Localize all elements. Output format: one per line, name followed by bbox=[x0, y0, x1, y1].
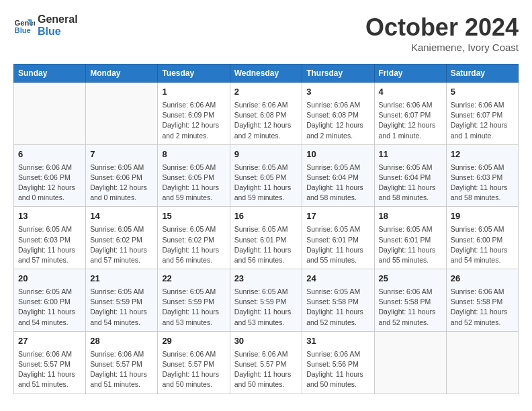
day-info: Sunrise: 6:05 AM Sunset: 6:05 PM Dayligh… bbox=[234, 163, 298, 203]
calendar-cell: 26Sunrise: 6:06 AM Sunset: 5:58 PM Dayli… bbox=[446, 269, 518, 332]
calendar-cell: 14Sunrise: 6:05 AM Sunset: 6:02 PM Dayli… bbox=[86, 207, 158, 269]
day-number: 18 bbox=[379, 210, 442, 223]
day-number: 6 bbox=[18, 148, 81, 161]
day-info: Sunrise: 6:05 AM Sunset: 6:00 PM Dayligh… bbox=[451, 224, 514, 265]
calendar-cell: 22Sunrise: 6:05 AM Sunset: 5:59 PM Dayli… bbox=[158, 269, 230, 332]
calendar-week-3: 13Sunrise: 6:05 AM Sunset: 6:03 PM Dayli… bbox=[14, 207, 519, 269]
day-info: Sunrise: 6:05 AM Sunset: 6:01 PM Dayligh… bbox=[234, 224, 298, 265]
day-number: 26 bbox=[451, 273, 514, 285]
calendar-cell: 8Sunrise: 6:05 AM Sunset: 6:05 PM Daylig… bbox=[158, 144, 230, 207]
day-info: Sunrise: 6:05 AM Sunset: 6:00 PM Dayligh… bbox=[18, 287, 81, 328]
day-number: 19 bbox=[451, 210, 514, 223]
month-title: October 2024 bbox=[365, 13, 519, 42]
calendar-cell bbox=[14, 83, 86, 145]
calendar-cell: 4Sunrise: 6:06 AM Sunset: 6:07 PM Daylig… bbox=[374, 83, 446, 145]
weekday-header-thursday: Thursday bbox=[302, 64, 374, 83]
day-number: 31 bbox=[306, 335, 369, 348]
weekday-header-monday: Monday bbox=[86, 64, 158, 83]
logo-icon: General Blue bbox=[13, 15, 35, 36]
day-number: 21 bbox=[90, 273, 153, 285]
day-number: 1 bbox=[162, 86, 225, 99]
day-info: Sunrise: 6:05 AM Sunset: 5:59 PM Dayligh… bbox=[162, 287, 225, 328]
day-number: 27 bbox=[18, 335, 81, 348]
day-number: 24 bbox=[306, 273, 369, 285]
day-info: Sunrise: 6:06 AM Sunset: 5:56 PM Dayligh… bbox=[306, 349, 369, 390]
day-info: Sunrise: 6:06 AM Sunset: 6:08 PM Dayligh… bbox=[306, 100, 369, 141]
calendar-cell: 17Sunrise: 6:05 AM Sunset: 6:01 PM Dayli… bbox=[302, 207, 374, 269]
calendar-cell: 29Sunrise: 6:06 AM Sunset: 5:57 PM Dayli… bbox=[158, 331, 230, 394]
day-info: Sunrise: 6:05 AM Sunset: 6:03 PM Dayligh… bbox=[451, 163, 514, 203]
calendar-cell: 20Sunrise: 6:05 AM Sunset: 6:00 PM Dayli… bbox=[14, 269, 86, 332]
day-number: 8 bbox=[162, 148, 225, 161]
day-info: Sunrise: 6:06 AM Sunset: 5:57 PM Dayligh… bbox=[18, 349, 81, 390]
day-info: Sunrise: 6:05 AM Sunset: 6:02 PM Dayligh… bbox=[90, 224, 153, 265]
day-number: 3 bbox=[306, 86, 369, 99]
day-number: 10 bbox=[306, 148, 369, 161]
logo-blue: Blue bbox=[38, 26, 78, 38]
day-info: Sunrise: 6:05 AM Sunset: 6:01 PM Dayligh… bbox=[379, 224, 442, 265]
calendar-week-1: 1Sunrise: 6:06 AM Sunset: 6:09 PM Daylig… bbox=[14, 83, 519, 145]
day-info: Sunrise: 6:06 AM Sunset: 5:57 PM Dayligh… bbox=[90, 349, 153, 390]
day-number: 14 bbox=[90, 210, 153, 223]
day-info: Sunrise: 6:05 AM Sunset: 6:03 PM Dayligh… bbox=[18, 224, 81, 265]
weekday-header-saturday: Saturday bbox=[446, 64, 518, 83]
day-info: Sunrise: 6:05 AM Sunset: 6:01 PM Dayligh… bbox=[306, 224, 369, 265]
day-number: 22 bbox=[162, 273, 225, 285]
calendar-cell: 11Sunrise: 6:05 AM Sunset: 6:04 PM Dayli… bbox=[374, 144, 446, 207]
calendar-cell bbox=[86, 83, 158, 145]
day-info: Sunrise: 6:06 AM Sunset: 6:07 PM Dayligh… bbox=[451, 100, 514, 141]
calendar-cell: 1Sunrise: 6:06 AM Sunset: 6:09 PM Daylig… bbox=[158, 83, 230, 145]
day-info: Sunrise: 6:06 AM Sunset: 6:07 PM Dayligh… bbox=[379, 100, 442, 141]
day-number: 5 bbox=[451, 86, 514, 99]
day-number: 9 bbox=[234, 148, 298, 161]
weekday-header-tuesday: Tuesday bbox=[158, 64, 230, 83]
calendar-week-5: 27Sunrise: 6:06 AM Sunset: 5:57 PM Dayli… bbox=[14, 331, 519, 394]
calendar-cell: 30Sunrise: 6:06 AM Sunset: 5:57 PM Dayli… bbox=[230, 331, 302, 394]
svg-text:Blue: Blue bbox=[15, 26, 31, 34]
day-info: Sunrise: 6:06 AM Sunset: 5:57 PM Dayligh… bbox=[234, 349, 298, 390]
day-info: Sunrise: 6:05 AM Sunset: 6:05 PM Dayligh… bbox=[162, 163, 225, 203]
calendar-cell bbox=[446, 331, 518, 394]
day-number: 29 bbox=[162, 335, 225, 348]
day-number: 12 bbox=[451, 148, 514, 161]
calendar-cell: 27Sunrise: 6:06 AM Sunset: 5:57 PM Dayli… bbox=[14, 331, 86, 394]
calendar-cell bbox=[374, 331, 446, 394]
day-info: Sunrise: 6:05 AM Sunset: 5:59 PM Dayligh… bbox=[90, 287, 153, 328]
location: Kaniemene, Ivory Coast bbox=[365, 42, 519, 53]
svg-text:General: General bbox=[15, 19, 35, 27]
day-number: 4 bbox=[379, 86, 442, 99]
day-number: 28 bbox=[90, 335, 153, 348]
logo-general: General bbox=[38, 13, 78, 26]
calendar-cell: 19Sunrise: 6:05 AM Sunset: 6:00 PM Dayli… bbox=[446, 207, 518, 269]
weekday-header-friday: Friday bbox=[374, 64, 446, 83]
day-number: 25 bbox=[379, 273, 442, 285]
day-number: 20 bbox=[18, 273, 81, 285]
calendar-cell: 12Sunrise: 6:05 AM Sunset: 6:03 PM Dayli… bbox=[446, 144, 518, 207]
calendar-cell: 9Sunrise: 6:05 AM Sunset: 6:05 PM Daylig… bbox=[230, 144, 302, 207]
calendar-cell: 28Sunrise: 6:06 AM Sunset: 5:57 PM Dayli… bbox=[86, 331, 158, 394]
day-info: Sunrise: 6:05 AM Sunset: 5:59 PM Dayligh… bbox=[234, 287, 298, 328]
calendar-cell: 2Sunrise: 6:06 AM Sunset: 6:08 PM Daylig… bbox=[230, 83, 302, 145]
page-header: General Blue General Blue October 2024 K… bbox=[13, 13, 519, 53]
title-block: October 2024 Kaniemene, Ivory Coast bbox=[365, 13, 519, 53]
calendar-week-4: 20Sunrise: 6:05 AM Sunset: 6:00 PM Dayli… bbox=[14, 269, 519, 332]
calendar-cell: 16Sunrise: 6:05 AM Sunset: 6:01 PM Dayli… bbox=[230, 207, 302, 269]
day-number: 16 bbox=[234, 210, 298, 223]
day-info: Sunrise: 6:05 AM Sunset: 6:04 PM Dayligh… bbox=[379, 163, 442, 203]
calendar-cell: 13Sunrise: 6:05 AM Sunset: 6:03 PM Dayli… bbox=[14, 207, 86, 269]
day-info: Sunrise: 6:05 AM Sunset: 6:04 PM Dayligh… bbox=[306, 163, 369, 203]
day-number: 23 bbox=[234, 273, 298, 285]
calendar-cell: 31Sunrise: 6:06 AM Sunset: 5:56 PM Dayli… bbox=[302, 331, 374, 394]
calendar-cell: 15Sunrise: 6:05 AM Sunset: 6:02 PM Dayli… bbox=[158, 207, 230, 269]
calendar-cell: 3Sunrise: 6:06 AM Sunset: 6:08 PM Daylig… bbox=[302, 83, 374, 145]
calendar-table: SundayMondayTuesdayWednesdayThursdayFrid… bbox=[13, 64, 519, 394]
calendar-cell: 18Sunrise: 6:05 AM Sunset: 6:01 PM Dayli… bbox=[374, 207, 446, 269]
day-number: 17 bbox=[306, 210, 369, 223]
day-info: Sunrise: 6:06 AM Sunset: 5:57 PM Dayligh… bbox=[162, 349, 225, 390]
day-info: Sunrise: 6:06 AM Sunset: 6:08 PM Dayligh… bbox=[234, 100, 298, 141]
calendar-cell: 21Sunrise: 6:05 AM Sunset: 5:59 PM Dayli… bbox=[86, 269, 158, 332]
calendar-cell: 5Sunrise: 6:06 AM Sunset: 6:07 PM Daylig… bbox=[446, 83, 518, 145]
calendar-week-2: 6Sunrise: 6:06 AM Sunset: 6:06 PM Daylig… bbox=[14, 144, 519, 207]
calendar-cell: 10Sunrise: 6:05 AM Sunset: 6:04 PM Dayli… bbox=[302, 144, 374, 207]
day-info: Sunrise: 6:05 AM Sunset: 6:02 PM Dayligh… bbox=[162, 224, 225, 265]
